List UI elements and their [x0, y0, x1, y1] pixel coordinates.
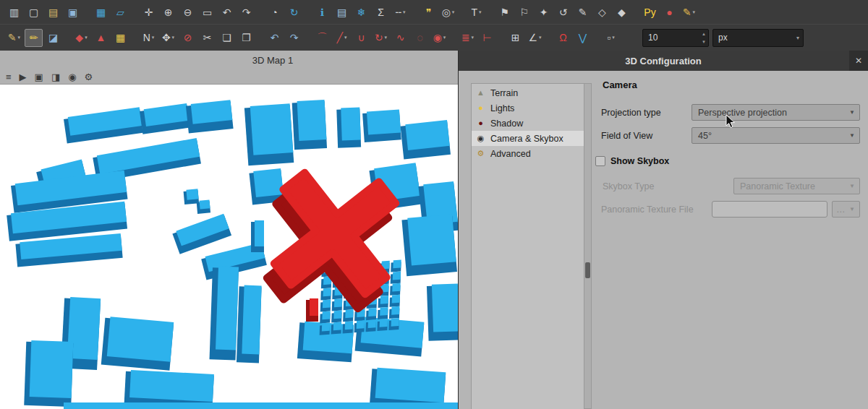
move-label-button[interactable]: ✦ [535, 3, 553, 21]
cut-features-button[interactable]: ✂ [198, 29, 216, 47]
open-project-button[interactable]: ▤ [44, 3, 62, 21]
new-project-button[interactable]: ▢ [25, 3, 43, 21]
move-feature-button[interactable]: ✥▾ [159, 29, 177, 47]
nav-item-shadow[interactable]: ●Shadow [472, 116, 584, 131]
map-panel-header[interactable]: 3D Map 1 [0, 51, 458, 69]
zoom-in-icon: ⊕ [164, 7, 173, 17]
new-map-view-button[interactable]: ▦ [92, 3, 110, 21]
add-ring-button[interactable]: ◌ [411, 29, 429, 47]
trim-extend-button[interactable]: ⊢ [478, 29, 496, 47]
digitize-with-segment-button[interactable]: ◆▾ [72, 29, 90, 47]
dialog-titlebar[interactable]: 3D Configuration ✕ [459, 51, 868, 71]
field-of-view-select[interactable]: 45° ▼ [692, 127, 860, 144]
plugin-manager-button[interactable]: ● [660, 3, 678, 21]
statistical-summary-button[interactable]: ▤ [333, 3, 351, 21]
lights-icon: ● [475, 104, 486, 112]
export-scene-button[interactable]: ◨ [51, 72, 60, 82]
undo-icon: ↶ [271, 33, 279, 43]
offset-curve-button[interactable]: ≣▾ [459, 29, 477, 47]
open-data-source-manager-button[interactable]: ▥ [5, 3, 23, 21]
3d-map-view[interactable] [0, 85, 458, 409]
reshape-features-button[interactable]: ⌒ [313, 29, 331, 47]
projection-type-label: Projection type [601, 108, 661, 118]
building [251, 220, 264, 252]
snapping-options-button[interactable]: Ω [554, 29, 572, 47]
spinbox-arrows[interactable]: ▲▼ [702, 32, 706, 44]
layer-diagram-button[interactable]: ◆ [613, 3, 631, 21]
scrollbar-handle[interactable] [585, 262, 590, 278]
rotate-label-button[interactable]: ↺ [554, 3, 572, 21]
pan-map-button[interactable]: ✛ [140, 3, 158, 21]
copy-features-button[interactable]: ❏ [218, 29, 236, 47]
zoom-to-bookmark-button[interactable]: ◎▾ [439, 3, 457, 21]
new-3d-map-view-button[interactable]: ▱ [111, 3, 129, 21]
advanced-icon: ⚙ [475, 150, 486, 158]
tracing-button[interactable]: ▫▾ [602, 29, 620, 47]
save-as-image-button[interactable]: ▣ [35, 72, 43, 82]
nav-item-lights[interactable]: ●Lights [472, 100, 584, 116]
rotate-feature-button[interactable]: ↻▾ [372, 29, 390, 47]
zoom-next-button[interactable]: ↷ [237, 3, 255, 21]
add-record-button[interactable]: ▦ [111, 29, 129, 47]
camera-pose-button[interactable]: ◉ [68, 72, 76, 82]
nav-item-advanced[interactable]: ⚙Advanced [472, 146, 584, 161]
delete-selected-button[interactable]: ⊘ [179, 29, 197, 47]
zoom-last-button[interactable]: ↶ [218, 3, 236, 21]
merge-features-button[interactable]: ∪ [352, 29, 370, 47]
temporal-controller-icon: ◔ [271, 7, 277, 17]
dock-options-button[interactable]: ≡ [6, 72, 12, 82]
vertex-tool-button[interactable]: N▾ [140, 29, 158, 47]
refresh-map-button[interactable]: ↻ [285, 3, 303, 21]
pin-labels-button[interactable]: ⚑ [495, 3, 514, 21]
simplify-feature-button[interactable]: ∿ [391, 29, 409, 47]
close-button[interactable]: ✕ [849, 51, 868, 71]
unit-select[interactable]: px▾ [712, 29, 804, 47]
show-statistics-button[interactable]: Σ [372, 3, 390, 21]
save-layer-edits-button[interactable]: ◪ [44, 29, 62, 47]
projection-type-select[interactable]: Perspective projection ▼ [692, 104, 860, 121]
change-label-button[interactable]: ✎ [574, 3, 592, 21]
save-project-button[interactable]: ▣ [64, 3, 82, 21]
diagram-options-button[interactable]: ◇ [593, 3, 611, 21]
show-skybox-checkbox[interactable] [595, 156, 605, 166]
current-edits-button[interactable]: ✎▾ [5, 29, 23, 47]
text-annotation-button[interactable]: T▾ [467, 3, 485, 21]
python-console-button[interactable]: Py [641, 3, 659, 21]
undo-button[interactable]: ↶ [265, 29, 284, 47]
vertex-editor-button[interactable]: ∠▾ [526, 29, 544, 47]
add-polygon-feature-button[interactable]: ▲ [92, 29, 110, 47]
annotation-tools-button[interactable]: ✎▾ [680, 3, 698, 21]
paste-features-button[interactable]: ❐ [237, 29, 255, 47]
map-tips-button[interactable]: ❞ [420, 3, 438, 21]
processing-toolbox-button[interactable]: ❄ [352, 3, 370, 21]
delete-selected-icon: ⊘ [184, 33, 192, 43]
redo-button[interactable]: ↷ [285, 29, 303, 47]
identify-features-button[interactable]: ℹ [313, 3, 331, 21]
split-features-button[interactable]: ╱▾ [333, 29, 351, 47]
panoramic-texture-file-input[interactable] [712, 201, 827, 218]
cut-features-icon: ✂ [203, 33, 212, 43]
chevron-down-icon: ▼ [849, 132, 855, 139]
advanced-digitizing-button[interactable]: ⋁ [574, 29, 592, 47]
attributes-grid-button[interactable]: ⊞ [506, 29, 524, 47]
measure-line-button[interactable]: ╌▾ [391, 3, 409, 21]
fill-ring-button[interactable]: ◉▾ [430, 29, 448, 47]
highlight-pinned-labels-button[interactable]: ⚐ [515, 3, 533, 21]
map-tips-icon: ❞ [426, 7, 432, 17]
temporal-controller-button[interactable]: ◔ [265, 3, 284, 21]
zoom-full-button[interactable]: ▭ [198, 3, 216, 21]
browse-file-button[interactable]: … ▼ [832, 201, 860, 218]
toggle-editing-button[interactable]: ✏ [25, 29, 43, 47]
chevron-down-icon: ▼ [849, 183, 855, 189]
trim-extend-icon: ⊢ [482, 33, 491, 43]
size-spinbox[interactable]: 10▲▼ [642, 29, 709, 47]
nav-scrollbar[interactable] [584, 83, 592, 409]
nav-item-camera-skybox[interactable]: ◉Camera & Skybox [472, 131, 584, 146]
skybox-type-select[interactable]: Panoramic Texture ▼ [733, 178, 860, 194]
zoom-out-button[interactable]: ⊖ [179, 3, 197, 21]
scene-settings-button[interactable]: ⚙ [85, 72, 93, 82]
nav-item-terrain[interactable]: ▲Terrain [472, 85, 584, 100]
play-animation-button[interactable]: ▶ [20, 72, 27, 82]
dropdown-arrow-icon: ▾ [385, 35, 388, 40]
zoom-in-button[interactable]: ⊕ [159, 3, 177, 21]
